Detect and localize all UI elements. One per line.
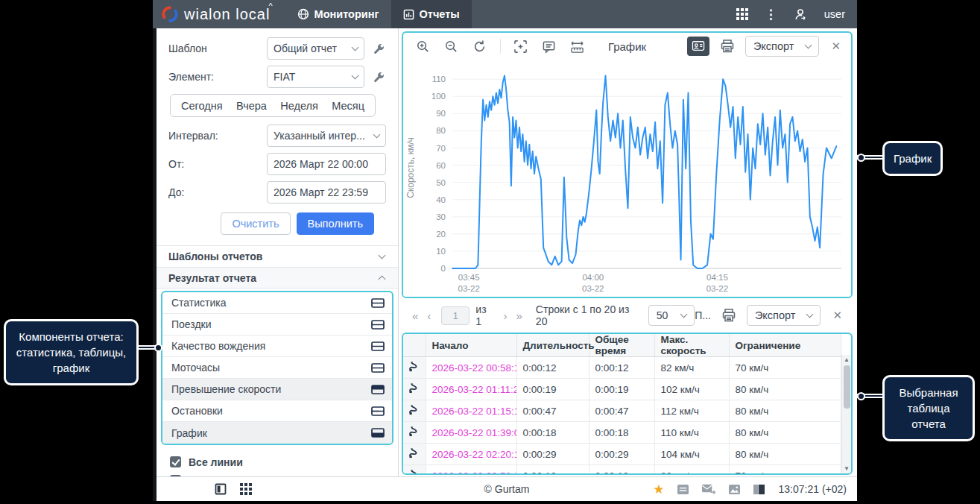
report-component-label: Превышение скорости	[171, 383, 281, 395]
nav-reports[interactable]: Отчеты	[391, 0, 472, 28]
report-component-item[interactable]: Поездки	[162, 314, 392, 336]
checkbox-icon[interactable]	[170, 456, 181, 467]
report-component-item[interactable]: Превышение скорости	[162, 379, 392, 400]
table-row[interactable]: 2026-03-22 03:58:090:00:120:00:1282 км/ч…	[403, 465, 841, 476]
report-component-item[interactable]: Остановки	[162, 400, 392, 422]
cell-start[interactable]: 2026-03-22 01:39:08	[426, 422, 516, 444]
username[interactable]: user	[824, 8, 845, 20]
app-window: wialon local^ Мониторинг Отчеты ⋮	[153, 0, 857, 501]
section-report-templates[interactable]: Шаблоны отчетов	[157, 245, 398, 267]
chevron-down-icon	[379, 251, 386, 259]
tooltip-mode-icon[interactable]	[540, 37, 557, 55]
nav-monitoring[interactable]: Мониторинг	[285, 0, 391, 28]
date-from-input[interactable]: 2026 Март 22 00:00	[267, 153, 386, 175]
toggle-panel-icon[interactable]	[215, 483, 227, 495]
chevron-down-icon	[352, 72, 359, 79]
template-settings-wrench-icon[interactable]	[373, 43, 385, 54]
clear-button[interactable]: Очистить	[221, 212, 290, 235]
table-icon	[371, 406, 385, 416]
execute-button[interactable]: Выполнить	[297, 212, 374, 235]
measure-ruler-icon[interactable]	[568, 37, 586, 55]
scrollbar-thumb[interactable]	[844, 365, 850, 409]
first-page-icon[interactable]: «	[408, 309, 423, 322]
scroll-up-icon[interactable]: ▲	[842, 356, 851, 363]
table-export-button[interactable]: Экспорт	[747, 305, 821, 326]
cell-start[interactable]: 2026-03-22 00:58:11	[426, 357, 516, 379]
cell-max-speed: 102 км/ч	[654, 379, 729, 400]
table-row[interactable]: 2026-03-22 01:15:150:00:470:00:47112 км/…	[403, 400, 841, 422]
more-menu-icon[interactable]: ⋮	[765, 8, 777, 21]
page-size-value: 50	[657, 309, 668, 321]
svg-text:04:15: 04:15	[706, 273, 728, 282]
legend-item[interactable]: Скорость, км/ч	[170, 471, 398, 476]
table-row[interactable]: 2026-03-22 02:20:140:00:290:00:29104 км/…	[403, 444, 841, 465]
cell-start[interactable]: 2026-03-22 01:15:15	[426, 400, 516, 422]
speeding-table: Начало Длительность Общее время Макс. ск…	[403, 334, 841, 475]
speed-line-chart[interactable]: 010203040506070809010011003:4503-2204:00…	[403, 60, 851, 297]
notes-icon[interactable]	[677, 484, 689, 495]
chart-close-icon[interactable]: ✕	[828, 40, 844, 53]
report-component-item[interactable]: Статистика	[162, 292, 392, 314]
split-view-icon[interactable]	[753, 484, 765, 495]
zoom-in-icon[interactable]	[414, 37, 431, 55]
table-print-icon[interactable]	[720, 306, 738, 324]
col-max-speed[interactable]: Макс. скорость	[654, 334, 729, 357]
range-yesterday-button[interactable]: Вчера	[236, 100, 267, 112]
favorites-star-icon[interactable]: ★	[653, 483, 664, 496]
element-settings-wrench-icon[interactable]	[373, 72, 385, 83]
cell-start[interactable]: 2026-03-22 02:20:14	[426, 444, 516, 465]
fit-selection-icon[interactable]	[511, 37, 529, 55]
legend-toggle-button[interactable]	[687, 37, 709, 56]
cell-start[interactable]: 2026-03-22 01:11:21	[426, 379, 516, 400]
to-label: До:	[168, 186, 267, 198]
prev-page-icon[interactable]: ‹	[423, 309, 435, 322]
legend-item[interactable]: Все линии	[170, 453, 398, 471]
col-duration[interactable]: Длительность	[516, 334, 589, 357]
image-icon[interactable]	[728, 484, 741, 495]
table-scrollbar[interactable]: ▲ ▼	[841, 355, 851, 473]
date-to-input[interactable]: 2026 Март 22 23:59	[267, 181, 386, 204]
report-component-item[interactable]: Моточасы	[162, 357, 392, 379]
user-icon[interactable]	[794, 7, 808, 22]
cell-start[interactable]: 2026-03-22 03:58:09	[426, 465, 516, 476]
apps-grid-icon[interactable]	[736, 8, 748, 20]
table-close-icon[interactable]: ✕	[829, 309, 845, 322]
svg-text:90: 90	[436, 109, 446, 118]
col-total-time[interactable]: Общее время	[589, 334, 654, 357]
last-page-icon[interactable]: »	[512, 309, 527, 322]
table-row[interactable]: 2026-03-22 01:39:080:00:180:00:18110 км/…	[403, 422, 841, 444]
range-month-button[interactable]: Месяц	[332, 100, 364, 112]
page-size-select[interactable]: 50	[648, 305, 695, 326]
track-icon	[403, 400, 426, 422]
mail-icon[interactable]	[701, 483, 716, 495]
range-today-button[interactable]: Сегодня	[181, 100, 223, 112]
zoom-out-icon[interactable]	[442, 37, 460, 55]
col-limit[interactable]: Ограничение	[729, 334, 841, 357]
table-row[interactable]: 2026-03-22 00:58:110:00:120:00:1282 км/ч…	[403, 357, 841, 379]
next-page-icon[interactable]: ›	[499, 309, 512, 322]
export-label: Экспорт	[753, 40, 794, 52]
element-select[interactable]: FIAT	[267, 66, 364, 88]
section-report-result[interactable]: Результат отчета	[157, 267, 398, 289]
range-week-button[interactable]: Неделя	[280, 100, 318, 112]
template-label: Шаблон	[168, 42, 267, 54]
chevron-down-icon	[680, 310, 688, 318]
table-callout-dot	[859, 394, 864, 399]
reset-zoom-icon[interactable]	[470, 37, 488, 55]
chart-export-button[interactable]: Экспорт	[745, 36, 819, 57]
components-callout-dot	[156, 345, 161, 350]
chevron-down-icon	[806, 310, 814, 318]
from-label: От:	[168, 158, 267, 170]
scroll-down-icon[interactable]: ▼	[842, 465, 851, 472]
report-component-item[interactable]: График	[162, 422, 392, 444]
interval-select[interactable]: Указанный интер...	[267, 125, 386, 147]
col-start[interactable]: Начало	[426, 334, 516, 357]
print-icon[interactable]	[718, 37, 736, 55]
bottom-apps-grid-icon[interactable]	[240, 483, 252, 495]
page-number-input[interactable]	[441, 306, 470, 325]
report-component-item[interactable]: Качество вождения	[162, 336, 392, 357]
chart-callout: График	[882, 141, 943, 176]
chart-panel: График Экспорт ✕ 01020304050607080901001…	[402, 31, 853, 298]
template-select[interactable]: Общий отчет	[267, 37, 364, 60]
table-row[interactable]: 2026-03-22 01:11:210:00:190:00:19102 км/…	[403, 379, 841, 400]
